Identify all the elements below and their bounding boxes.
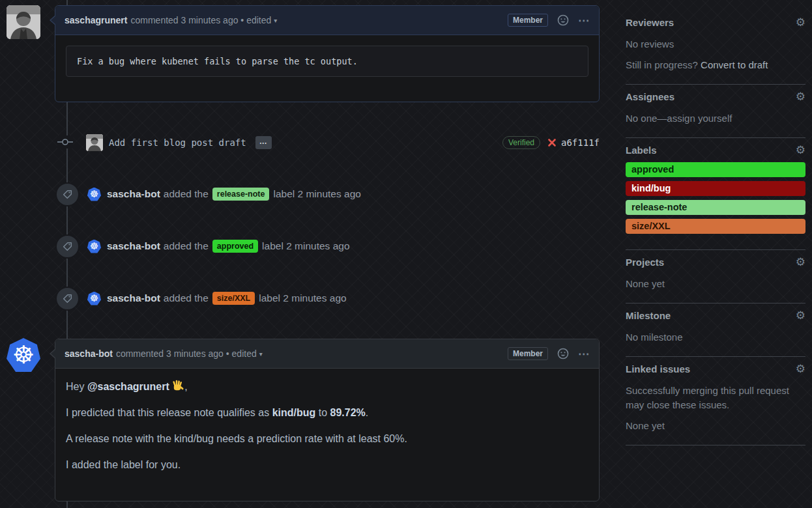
sidebar-section-assignees: Assignees ⚙ No one—assign yourself (626, 85, 805, 138)
commit-sha-link[interactable]: a6f111f (561, 137, 600, 148)
comment-header: saschagrunert commented 3 minutes ago • … (55, 6, 599, 35)
label-chip-size-xxl[interactable]: size/XXL (212, 292, 255, 305)
comment-paragraph: A release note with the kind/bug needs a… (66, 431, 588, 447)
tag-icon (62, 241, 73, 252)
pr-sidebar: Reviewers ⚙ No reviews Still in progress… (626, 10, 805, 445)
wave-emoji-icon (172, 380, 184, 392)
sidebar-section-projects: Projects ⚙ None yet (626, 250, 805, 303)
gear-icon[interactable]: ⚙ (796, 310, 805, 321)
commit-event-row: Add first blog post draft … Verified a6f… (55, 133, 600, 152)
comment-header: sascha-bot commented 3 minutes ago • edi… (55, 339, 599, 369)
event-actor[interactable]: sascha-bot (107, 240, 160, 252)
reviewers-empty-text: No reviews (626, 37, 805, 51)
gear-icon[interactable]: ⚙ (796, 17, 805, 28)
label-chip-approved[interactable]: approved (212, 240, 258, 253)
milestone-empty-text: No milestone (626, 330, 805, 345)
sidebar-section-reviewers: Reviewers ⚙ No reviews Still in progress… (626, 10, 805, 85)
linked-issues-title[interactable]: Linked issues (626, 363, 690, 374)
comment-paragraph: I predicted that this release note quali… (66, 405, 588, 421)
status-failed-x-icon[interactable] (547, 137, 557, 148)
sidebar-label-approved[interactable]: approved (626, 162, 805, 177)
gear-icon[interactable]: ⚙ (796, 257, 805, 268)
sidebar-label-kind-bug[interactable]: kind/bug (626, 181, 805, 196)
comment-meta: commented 3 minutes ago • edited (130, 15, 271, 25)
edited-dropdown-caret-icon[interactable]: ▾ (259, 350, 263, 358)
event-action: added the (164, 240, 209, 252)
emoji-reaction-button[interactable] (557, 348, 569, 360)
comment-paragraph: I added the label for you. (66, 457, 588, 473)
tag-icon (62, 293, 73, 304)
verified-badge[interactable]: Verified (502, 136, 540, 149)
commit-message[interactable]: Add first blog post draft (109, 137, 246, 148)
sidebar-label-size-xxl[interactable]: size/XXL (626, 219, 805, 234)
gear-icon[interactable]: ⚙ (796, 363, 805, 374)
projects-title[interactable]: Projects (626, 257, 664, 268)
commit-author-avatar[interactable] (86, 134, 103, 151)
bot-avatar[interactable]: ☸ (87, 240, 101, 253)
comment-author[interactable]: saschagrunert (65, 15, 127, 25)
event-action: added the (164, 188, 209, 200)
member-badge: Member (508, 347, 548, 360)
event-suffix: label 2 minutes ago (273, 188, 360, 200)
comment-sascha-bot: sascha-bot commented 3 minutes ago • edi… (55, 339, 600, 501)
event-actor[interactable]: sascha-bot (107, 292, 160, 304)
assignees-title[interactable]: Assignees (626, 91, 674, 102)
bot-avatar[interactable]: ☸ (87, 188, 101, 201)
assignees-empty-text[interactable]: No one—assign yourself (626, 111, 805, 126)
label-event-row: ☸ sascha-bot added the release-note labe… (55, 182, 600, 206)
comment-meta: commented 3 minutes ago • edited (116, 348, 257, 359)
emoji-reaction-button[interactable] (557, 14, 569, 26)
comment-author[interactable]: sascha-bot (65, 348, 113, 359)
comment-paragraph: Hey @saschagrunert , (66, 379, 588, 395)
event-suffix: label 2 minutes ago (262, 240, 349, 252)
convert-to-draft-row: Still in progress? Convert to draft (626, 58, 805, 72)
reviewers-title[interactable]: Reviewers (626, 17, 674, 28)
comment-body: Fix a bug where kubenet fails to parse t… (55, 35, 599, 87)
person-photo-icon (7, 5, 40, 39)
kebab-menu-button[interactable]: ⋯ (578, 347, 590, 361)
smiley-icon (557, 14, 569, 26)
commit-expander-button[interactable]: … (255, 136, 272, 149)
edited-dropdown-caret-icon[interactable]: ▾ (274, 17, 277, 24)
gear-icon[interactable]: ⚙ (796, 145, 805, 156)
avatar-sascha-bot-kubernetes[interactable]: ☸ (7, 338, 40, 372)
sidebar-section-milestone: Milestone ⚙ No milestone (626, 303, 805, 357)
user-mention[interactable]: @saschagrunert (87, 381, 169, 392)
sidebar-section-labels: Labels ⚙ approved kind/bug release-note … (626, 138, 805, 250)
event-badge (55, 287, 80, 311)
linked-issues-desc: Successfully merging this pull request m… (626, 384, 805, 412)
labels-title[interactable]: Labels (626, 145, 657, 156)
comment-body: Hey @saschagrunert , I predicted that th… (55, 369, 599, 483)
tag-icon (62, 189, 73, 200)
bot-avatar[interactable]: ☸ (87, 292, 101, 305)
event-badge (55, 182, 80, 206)
gear-icon[interactable]: ⚙ (796, 91, 805, 102)
projects-empty-text: None yet (626, 277, 805, 291)
release-note-code-block: Fix a bug where kubenet fails to parse t… (66, 46, 588, 77)
avatar-saschagrunert[interactable] (7, 5, 40, 39)
event-actor[interactable]: sascha-bot (107, 188, 160, 200)
event-action: added the (164, 292, 209, 304)
event-suffix: label 2 minutes ago (259, 292, 346, 304)
git-commit-icon (57, 135, 73, 148)
label-event-row: ☸ sascha-bot added the approved label 2 … (55, 234, 600, 259)
label-event-row: ☸ sascha-bot added the size/XXL label 2 … (55, 286, 600, 311)
comment-saschagrunert: saschagrunert commented 3 minutes ago • … (55, 5, 600, 102)
milestone-title[interactable]: Milestone (626, 310, 671, 321)
event-badge (55, 234, 80, 259)
kebab-menu-button[interactable]: ⋯ (578, 14, 590, 27)
sidebar-section-linked-issues: Linked issues ⚙ Successfully merging thi… (626, 357, 805, 445)
label-chip-release-note[interactable]: release-note (212, 188, 270, 201)
smiley-icon (557, 348, 569, 360)
sidebar-label-release-note[interactable]: release-note (626, 200, 805, 215)
member-badge: Member (508, 14, 548, 27)
convert-to-draft-link[interactable]: Convert to draft (701, 59, 768, 70)
linked-issues-empty-text: None yet (626, 419, 805, 433)
